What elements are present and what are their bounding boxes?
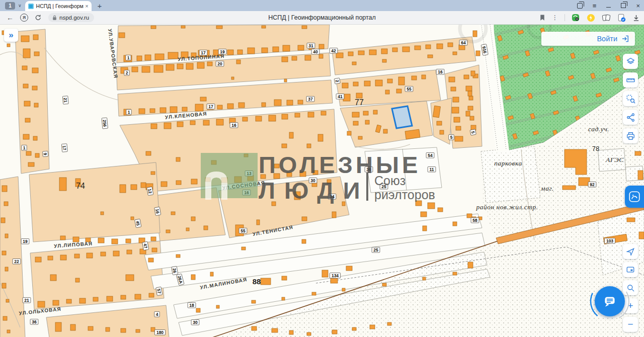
parcel-number-chip: 16 bbox=[230, 123, 238, 128]
tab-panels-icon[interactable] bbox=[577, 3, 583, 9]
wallet-extension-icon[interactable] bbox=[572, 14, 580, 22]
layers-icon bbox=[626, 57, 635, 66]
svg-text:40: 40 bbox=[313, 49, 318, 54]
parcel-number-chip: 9 bbox=[43, 151, 48, 156]
parcel-number-chip: 36 bbox=[30, 319, 38, 325]
parcel-number-chip: 1 bbox=[22, 145, 27, 151]
print-icon bbox=[626, 131, 635, 141]
search-map-button[interactable] bbox=[623, 280, 638, 295]
print-button[interactable] bbox=[623, 128, 638, 143]
browser-menu-icon[interactable]: ≡ bbox=[593, 3, 597, 9]
parcel-number-chip: 21 bbox=[23, 298, 31, 303]
svg-text:19: 19 bbox=[220, 49, 225, 54]
area-select-button[interactable] bbox=[623, 91, 638, 106]
chat-button[interactable] bbox=[595, 286, 625, 316]
download-icon[interactable] bbox=[632, 14, 640, 22]
window-restore-icon[interactable] bbox=[621, 3, 626, 8]
feedback-side-tab[interactable] bbox=[625, 186, 644, 208]
svg-text:42: 42 bbox=[331, 48, 336, 53]
window-close-icon[interactable]: × bbox=[636, 3, 640, 9]
login-icon bbox=[621, 34, 630, 43]
svg-text:36: 36 bbox=[32, 319, 37, 324]
layers-button[interactable] bbox=[623, 54, 638, 69]
parcel-number-chip: 256 bbox=[102, 118, 108, 129]
svg-text:54: 54 bbox=[428, 153, 433, 158]
svg-text:1: 1 bbox=[23, 145, 26, 150]
yandex-icon[interactable]: Я bbox=[20, 14, 28, 22]
tabs-dropdown-chevron[interactable]: ∨ bbox=[18, 3, 22, 8]
parcel-number-chip: 20 bbox=[216, 61, 224, 67]
area-select-icon bbox=[626, 94, 635, 104]
tab-group-counter[interactable]: 1 bbox=[5, 2, 15, 10]
parcel-number-chip: 57 bbox=[156, 287, 163, 295]
parcel-number-chip: 17 bbox=[207, 104, 215, 110]
parcel-number-chip: 21 bbox=[62, 96, 68, 105]
svg-text:19: 19 bbox=[23, 239, 28, 244]
parcel-number-chip: 16 bbox=[436, 69, 444, 75]
geolocation-button[interactable] bbox=[623, 244, 638, 259]
big-number: 74 bbox=[76, 182, 85, 190]
collections-icon[interactable] bbox=[602, 14, 611, 22]
sidebar-expand-button[interactable]: » bbox=[4, 29, 18, 42]
browser-toolbar: ← Я nspd.gov.ru НСПД | Геоинформационный… bbox=[0, 11, 644, 25]
parcel-number-chip: 4 bbox=[154, 312, 159, 317]
window-minimize-icon[interactable] bbox=[606, 4, 611, 8]
address-bar[interactable]: nspd.gov.ru bbox=[48, 13, 94, 22]
parcel-number-chip: 25 bbox=[372, 247, 380, 253]
bird-logo-icon bbox=[628, 190, 641, 203]
parcel-number-chip: 19 bbox=[218, 49, 226, 55]
area-label: парковка bbox=[494, 159, 522, 167]
tab-close-icon[interactable]: × bbox=[85, 3, 88, 9]
zoom-in-button[interactable]: + bbox=[623, 298, 638, 313]
svg-text:18: 18 bbox=[189, 303, 194, 308]
search-icon bbox=[626, 283, 635, 292]
location-arrow-icon bbox=[626, 247, 635, 256]
back-icon[interactable]: ← bbox=[7, 14, 14, 22]
svg-text:17: 17 bbox=[208, 104, 213, 109]
toolbar-separator bbox=[565, 14, 565, 21]
share-button[interactable] bbox=[623, 110, 638, 125]
browser-tab-active[interactable]: НСПД | Геоинформаци × bbox=[25, 1, 92, 11]
big-number: 77 bbox=[355, 98, 364, 107]
area-label: сад.уч. bbox=[588, 125, 609, 133]
login-button[interactable]: Войти bbox=[541, 32, 635, 46]
svg-text:26: 26 bbox=[172, 268, 178, 273]
big-number: 78 bbox=[592, 145, 599, 152]
yandex-points-icon[interactable] bbox=[587, 14, 595, 22]
protect-doc-icon[interactable] bbox=[617, 14, 626, 22]
svg-text:11: 11 bbox=[430, 167, 434, 172]
svg-text:5: 5 bbox=[450, 135, 453, 140]
area-label: район нов.жил.стр. bbox=[475, 203, 538, 211]
share-icon bbox=[626, 113, 635, 122]
svg-text:134: 134 bbox=[332, 273, 339, 278]
svg-text:2: 2 bbox=[126, 70, 128, 75]
parcel-number-chip: 41 bbox=[336, 94, 344, 100]
selected-parcel[interactable] bbox=[392, 106, 412, 128]
more-menu-icon[interactable]: ⋮ bbox=[552, 14, 558, 21]
parcel-number-chip: 92 bbox=[588, 182, 596, 188]
svg-text:41: 41 bbox=[338, 94, 343, 99]
svg-text:25: 25 bbox=[373, 247, 378, 252]
bookmark-flag-icon[interactable] bbox=[539, 14, 545, 21]
zoom-out-button[interactable]: − bbox=[623, 317, 638, 332]
map-canvas[interactable]: УЛ.УВАРОВСКАЯУЛ.ТОПОЛИНАЯУЛ.КЛЕНОВАЯУЛ.С… bbox=[0, 25, 644, 337]
overview-map-button[interactable] bbox=[623, 262, 638, 277]
svg-text:1: 1 bbox=[128, 110, 130, 115]
parcel-number-chip: 42 bbox=[330, 48, 338, 54]
svg-text:45: 45 bbox=[135, 220, 141, 226]
svg-text:17: 17 bbox=[201, 50, 206, 55]
url-text[interactable]: nspd.gov.ru bbox=[59, 15, 89, 21]
svg-text:12: 12 bbox=[147, 188, 153, 194]
parcel-number-chip: 12 bbox=[147, 187, 153, 195]
svg-text:47: 47 bbox=[142, 243, 148, 248]
svg-text:16: 16 bbox=[154, 208, 160, 214]
refresh-icon[interactable] bbox=[35, 14, 42, 21]
parcel-number-chip: 5 bbox=[470, 129, 476, 135]
parcel-number-chip: 2 bbox=[334, 78, 340, 84]
parcel-number-chip: 45 bbox=[135, 219, 141, 227]
parcel-number-chip: 55 bbox=[405, 87, 413, 92]
measure-button[interactable] bbox=[623, 72, 638, 88]
svg-text:20: 20 bbox=[217, 61, 222, 66]
parcel-number-chip: 180 bbox=[154, 330, 165, 335]
new-tab-button[interactable]: + bbox=[98, 2, 102, 10]
